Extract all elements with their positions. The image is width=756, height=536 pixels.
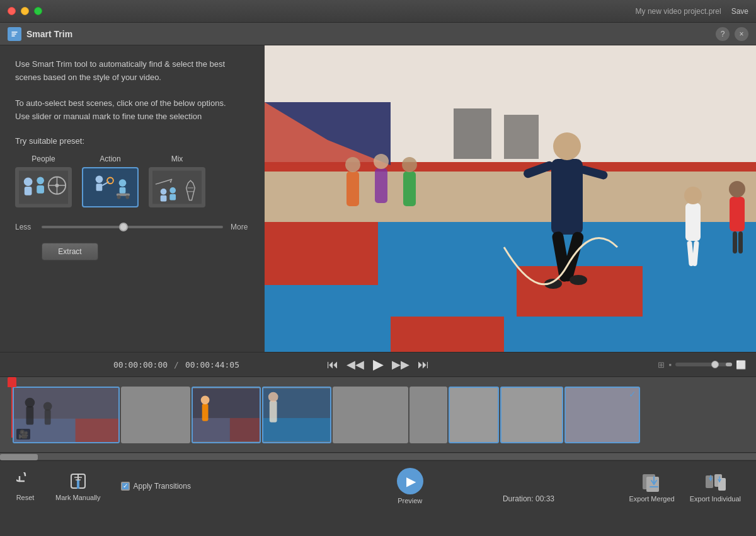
clip-5[interactable] [333,387,408,443]
instruction-line4: Use slider or manual mark to fine tune t… [15,112,202,121]
checkbox-check-icon: ✓ [123,483,128,489]
mark-manually-button[interactable]: Mark Manually [55,471,101,501]
clip-2[interactable] [121,387,190,443]
clip-6[interactable] [410,387,447,443]
project-name: My new video project.prel [42,7,731,16]
apply-transitions-checkbox[interactable]: ✓ [121,482,130,491]
svg-rect-34 [391,317,504,352]
fullscreen-icon: ⬜ [736,360,746,370]
export-individual-button[interactable]: Export Individual [690,470,741,503]
svg-point-9 [55,184,59,187]
video-scene: My Goal is TO BE [265,45,756,352]
step-back-button[interactable]: ◀◀ [346,356,364,373]
svg-rect-12 [96,184,103,191]
extract-button[interactable]: Extract [42,243,98,260]
svg-rect-55 [738,231,743,253]
preset-action[interactable]: Action [82,154,139,207]
svg-rect-74 [202,404,209,421]
export-merged-icon [641,470,663,492]
svg-rect-69 [45,409,51,424]
preset-people-card[interactable] [15,167,72,207]
clip-7[interactable] [449,387,499,443]
preset-mix-card[interactable] [149,167,205,207]
project-name-text: My new video project.prel [636,7,721,16]
clip-8[interactable] [500,387,563,443]
slider-more-label: More [231,223,249,231]
svg-rect-40 [551,159,583,235]
svg-point-49 [684,187,702,204]
svg-rect-52 [730,197,745,231]
amount-slider-row: Less More [15,223,249,231]
step-forward-button[interactable]: ▶▶ [392,356,410,373]
close-window-button[interactable] [8,7,16,15]
preview-button[interactable]: ▶ [397,468,423,494]
skip-to-start-button[interactable]: ⏮ [324,356,341,373]
reset-label: Reset [16,494,35,501]
mark-manually-icon [68,471,88,491]
svg-rect-54 [733,231,737,253]
svg-rect-56 [346,172,359,206]
instruction-line2: scenes based on the style of your video. [15,73,161,82]
svg-rect-73 [193,417,230,441]
svg-point-57 [345,157,360,172]
preset-people[interactable]: People [15,154,72,207]
svg-rect-67 [26,406,34,424]
svg-rect-48 [685,203,701,241]
smart-trim-icon [8,27,21,41]
svg-point-47 [570,275,587,285]
skip-to-end-button[interactable]: ⏭ [415,356,432,373]
amount-slider-track[interactable] [42,226,223,228]
playback-controls: ⏮ ◀◀ ▶ ▶▶ ⏭ [324,356,432,373]
preset-action-label: Action [100,154,120,163]
window-controls [8,7,42,15]
svg-point-75 [201,395,210,404]
reset-button[interactable]: Reset [15,471,35,501]
duration-text: Duration: 00:33 [503,494,554,503]
preset-action-card[interactable] [82,167,139,207]
video-preview: My Goal is TO BE [265,45,756,352]
svg-rect-60 [403,172,416,206]
preview-play-icon: ▶ [406,474,416,489]
instructions-text: Use Smart Trim tool to automatically fin… [15,58,249,124]
panel-header: Smart Trim ? × [0,23,756,45]
clip-1[interactable]: 🎥 [13,387,120,443]
timeline-playhead[interactable] [8,377,16,387]
save-button[interactable]: Save [731,7,748,16]
svg-point-18 [117,195,121,199]
preset-mix[interactable]: Mix [149,154,205,207]
clip-3[interactable] [192,387,261,443]
svg-point-61 [402,157,417,172]
minimize-window-button[interactable] [21,7,29,15]
help-button[interactable]: ? [716,27,730,41]
play-button[interactable]: ▶ [369,356,387,373]
amount-slider-thumb[interactable] [119,223,128,231]
current-timecode: 00:00:00:00 [113,360,168,370]
clip-4[interactable] [262,387,331,443]
timeline-scrollbar-thumb[interactable] [0,454,38,460]
svg-rect-3 [25,187,32,195]
reset-icon [15,471,35,491]
bottom-bar: Reset Mark Manually ✓ Apply Transitions [0,460,756,511]
instruction-line3: To auto-select best scenes, click one of… [15,98,226,108]
timeline[interactable]: 🎥 [0,377,756,453]
playback-bar: 00:00:00:00 / 00:00:44:05 ⏮ ◀◀ ▶ ▶▶ ⏭ ⊞ … [0,352,756,377]
apply-transitions-label: Apply Transitions [134,482,191,491]
bottom-left: Reset Mark Manually ✓ Apply Transitions [15,471,191,501]
export-merged-label: Export Merged [629,495,675,503]
svg-point-15 [119,179,127,187]
svg-rect-33 [517,266,643,317]
volume-slider[interactable] [675,363,732,366]
svg-point-4 [37,177,44,184]
apply-transitions-row[interactable]: ✓ Apply Transitions [121,482,191,491]
svg-point-11 [96,175,103,183]
svg-point-79 [268,392,278,402]
timeline-scrollbar[interactable] [0,453,756,460]
clip-9[interactable]: ✓ [564,387,640,443]
export-merged-button[interactable]: Export Merged [629,470,675,503]
svg-point-2 [24,177,33,186]
bottom-right: Duration: 00:33 Export Merged [629,470,741,503]
svg-rect-23 [161,195,167,202]
close-panel-button[interactable]: × [735,27,748,41]
maximize-window-button[interactable] [34,7,42,15]
instruction-line1: Use Smart Trim tool to automatically fin… [15,59,225,69]
